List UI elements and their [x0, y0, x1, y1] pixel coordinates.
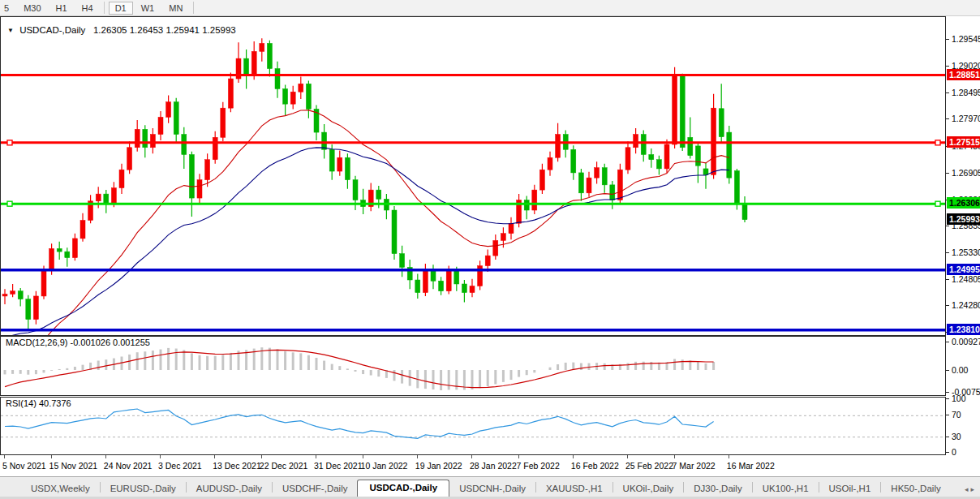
chart-tab-audusd-daily[interactable]: AUDUSD-,Daily — [187, 481, 272, 497]
date-axis-tick — [417, 455, 418, 458]
price-axis-tick — [946, 173, 949, 174]
chart-title: ▼ USDCAD-,Daily 1.26305 1.26453 1.25941 … — [7, 25, 236, 35]
price-axis-tick — [946, 118, 949, 119]
timeframe-button-w1[interactable]: W1 — [135, 2, 161, 15]
price-axis-tick-label: 1.24805 — [952, 274, 980, 284]
rsi-axis-tick — [946, 398, 949, 399]
macd-indicator-panel[interactable]: MACD(12,26,9) -0.001026 0.001255 — [0, 336, 946, 396]
chart-ohlc-values: 1.26305 1.26453 1.25941 1.25993 — [93, 25, 236, 35]
date-axis-label: 28 Jan 2022 — [470, 461, 517, 471]
rsi-axis-tick — [946, 452, 949, 453]
chart-tab-usdx-weekly[interactable]: USDX,Weekly — [21, 481, 100, 497]
price-axis-tick — [946, 66, 949, 67]
price-axis-tick-label: 1.28495 — [952, 88, 980, 97]
chart-symbol: USDCAD-,Daily — [19, 25, 85, 35]
date-axis-label: 19 Jan 2022 — [415, 461, 462, 471]
candlestick-chart[interactable] — [1, 17, 945, 335]
date-axis-tick — [363, 455, 363, 458]
rsi-plot — [1, 398, 945, 454]
price-axis: 1.295451.290201.284951.279701.274301.269… — [946, 16, 980, 477]
level-price-badge: 1.24995 — [947, 264, 980, 275]
price-axis-tick — [946, 305, 949, 306]
chart-tab-usdcnh-daily[interactable]: USDCNH-,Daily — [449, 481, 535, 497]
date-axis-tick — [316, 455, 316, 458]
timeframe-button-h1[interactable]: H1 — [49, 2, 74, 15]
macd-axis-tick — [946, 342, 949, 342]
timeframe-button-h4[interactable]: H4 — [75, 2, 100, 15]
date-axis-label: 3 Dec 2021 — [158, 461, 202, 471]
date-axis-label: 10 Jan 2022 — [361, 461, 408, 471]
level-price-badge: 1.26306 — [947, 197, 980, 209]
chart-tab-ukoil-daily[interactable]: UKOil-,Daily — [613, 481, 684, 497]
timeframe-button-5[interactable]: 5 — [0, 2, 15, 15]
date-axis-label: 15 Nov 2021 — [49, 461, 98, 471]
date-axis-tick — [214, 455, 215, 458]
price-axis-tick-label: 1.27970 — [952, 114, 980, 123]
date-axis-label: 16 Feb 2022 — [571, 461, 619, 471]
chevron-down-icon: ▼ — [7, 27, 14, 34]
price-chart-panel[interactable]: ▼ USDCAD-,Daily 1.26305 1.26453 1.25941 … — [0, 16, 946, 336]
macd-label: MACD(12,26,9) -0.001026 0.001255 — [6, 338, 150, 347]
macd-axis-tick — [946, 370, 949, 371]
chart-tab-uk100-h1[interactable]: UK100-,H1 — [753, 481, 819, 497]
date-axis-tick — [4, 455, 5, 458]
date-axis-tick — [160, 455, 161, 458]
date-axis-label: 5 Nov 2021 — [2, 461, 46, 471]
date-axis-tick — [518, 455, 519, 458]
level-price-badge: 1.23810 — [947, 324, 980, 335]
chart-tab-hk50-daily[interactable]: HK50-,Daily — [881, 481, 950, 497]
date-axis-tick — [729, 455, 729, 458]
chart-tab-usoil-h1[interactable]: USOil-,H1 — [819, 481, 881, 497]
tab-scroll-arrows: ◂▸ — [965, 485, 977, 493]
toolbar-separator — [193, 2, 194, 14]
timeframe-button-m30[interactable]: M30 — [17, 2, 47, 15]
price-axis-tick-label: 1.29545 — [952, 34, 980, 44]
date-axis-tick — [471, 455, 472, 458]
timeframe-button-mn[interactable]: MN — [162, 2, 189, 15]
price-axis-tick-label: 1.24280 — [952, 300, 980, 310]
trading-app-window: 5M30H1H4D1W1MN ▼ USDCAD-,Daily 1.26305 1… — [0, 0, 980, 499]
price-axis-tick — [946, 279, 949, 280]
macd-axis-label: 0.00 — [952, 365, 968, 375]
chart-tabbar: USDX,WeeklyEURUSD-,DailyAUDUSD-,DailyUSD… — [0, 476, 980, 497]
date-axis-tick — [261, 455, 262, 458]
tab-scroll-right-icon[interactable]: ▸ — [970, 485, 977, 493]
date-axis-label: 7 Mar 2022 — [673, 461, 716, 471]
date-axis-label: 24 Nov 2021 — [104, 461, 153, 471]
rsi-axis-label: 70 — [952, 410, 961, 419]
date-axis-label: 25 Feb 2022 — [625, 461, 673, 471]
chart-tab-usdcad-daily[interactable]: USDCAD-,Daily — [357, 480, 449, 497]
date-axis-tick — [573, 455, 574, 458]
price-axis-tick — [946, 92, 949, 93]
rsi-axis-label: 100 — [952, 394, 966, 403]
price-axis-tick-label: 1.26905 — [952, 168, 980, 178]
date-axis-label: 22 Dec 2021 — [260, 461, 308, 471]
date-axis-tick — [674, 455, 675, 458]
level-price-badge: 1.28851 — [947, 69, 980, 80]
chart-tab-xauusd-h1[interactable]: XAUUSD-,H1 — [536, 481, 612, 497]
rsi-axis-label: 30 — [952, 432, 961, 441]
rsi-label: RSI(14) 40.7376 — [6, 398, 71, 408]
date-axis: 5 Nov 202115 Nov 202124 Nov 20213 Dec 20… — [0, 455, 946, 476]
rsi-axis-label: 0 — [952, 447, 956, 457]
chart-tab-usdchf-daily[interactable]: USDCHF-,Daily — [273, 481, 358, 497]
date-axis-label: 16 Mar 2022 — [727, 461, 775, 471]
rsi-axis-tick — [946, 437, 949, 437]
date-axis-tick — [627, 455, 628, 458]
price-axis-tick — [946, 226, 949, 226]
date-axis-label: 13 Dec 2021 — [213, 461, 261, 471]
rsi-axis-tick — [946, 415, 949, 415]
macd-axis-tick — [946, 392, 949, 393]
price-axis-tick — [946, 39, 949, 40]
date-axis-tick — [51, 455, 52, 458]
rsi-indicator-panel[interactable]: RSI(14) 40.7376 — [0, 397, 946, 455]
date-axis-tick — [105, 455, 106, 458]
chart-tab-dj30-daily[interactable]: DJ30-,Daily — [684, 481, 751, 497]
chart-tab-eurusd-daily[interactable]: EURUSD-,Daily — [101, 481, 186, 497]
level-price-badge: 1.27515 — [947, 136, 980, 148]
toolbar-separator — [104, 2, 105, 14]
macd-axis-label: 0.009278 — [952, 337, 980, 346]
timeframe-button-d1[interactable]: D1 — [109, 2, 133, 15]
date-axis-label: 7 Feb 2022 — [517, 461, 560, 471]
price-axis-tick — [946, 252, 949, 253]
